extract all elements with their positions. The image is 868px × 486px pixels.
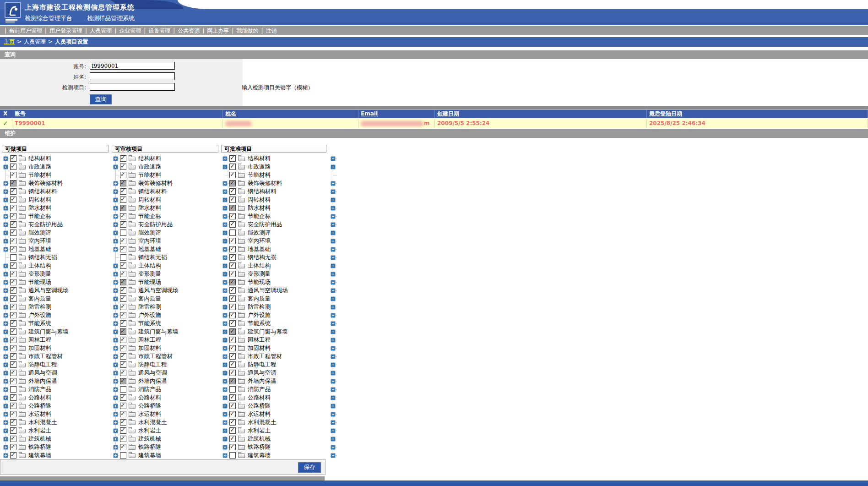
expand-plus-icon[interactable] — [222, 239, 228, 244]
expand-plus-icon[interactable] — [113, 214, 118, 219]
tree-item-label[interactable]: 户外设施 — [248, 311, 271, 319]
expand-plus-icon[interactable] — [222, 412, 228, 417]
tree-item-label[interactable]: 节能企标 — [248, 213, 271, 220]
tree-checkbox[interactable] — [10, 295, 16, 302]
tree-item-label[interactable]: 通风与空调 — [248, 369, 277, 377]
tree-item-label[interactable]: 消防产品 — [138, 386, 161, 393]
expand-plus-icon[interactable] — [3, 387, 8, 392]
expand-plus-icon[interactable] — [222, 263, 228, 268]
expand-plus-icon[interactable] — [222, 371, 228, 376]
tree-item-label[interactable]: 安全防护用品 — [248, 221, 282, 229]
expand-plus-icon[interactable] — [113, 222, 118, 227]
expand-plus-icon[interactable] — [222, 420, 228, 425]
expand-plus-icon[interactable] — [3, 354, 8, 359]
tree-checkbox[interactable] — [120, 164, 126, 170]
tree-checkbox[interactable] — [120, 279, 126, 285]
expand-plus-icon[interactable] — [331, 222, 336, 227]
tree-item-label[interactable]: 节能企标 — [28, 213, 51, 220]
expand-plus-icon[interactable] — [331, 272, 336, 277]
tree-checkbox[interactable] — [120, 213, 126, 219]
expand-plus-icon[interactable] — [222, 280, 228, 285]
expand-plus-icon[interactable] — [331, 379, 336, 384]
expand-plus-icon[interactable] — [331, 437, 336, 442]
tree-item-label[interactable]: 公路材料 — [28, 394, 51, 402]
expand-plus-icon[interactable] — [331, 288, 336, 293]
tree-checkbox[interactable] — [10, 271, 16, 277]
expand-plus-icon[interactable] — [3, 395, 8, 400]
tree-checkbox[interactable] — [120, 271, 126, 277]
tree-checkbox[interactable] — [229, 246, 236, 252]
tree-checkbox[interactable] — [120, 172, 126, 178]
tree-checkbox[interactable] — [10, 221, 16, 228]
expand-plus-icon[interactable] — [222, 338, 228, 343]
tree-checkbox[interactable] — [120, 229, 126, 236]
expand-plus-icon[interactable] — [331, 395, 336, 400]
tree-checkbox[interactable] — [229, 295, 236, 302]
expand-plus-icon[interactable] — [3, 453, 8, 458]
expand-plus-icon[interactable] — [331, 420, 336, 425]
tree-checkbox[interactable] — [229, 164, 236, 170]
tree-checkbox[interactable] — [10, 403, 16, 409]
tree-item-label[interactable]: 周转材料 — [28, 196, 51, 204]
expand-plus-icon[interactable] — [331, 214, 336, 219]
expand-plus-icon[interactable] — [222, 230, 228, 235]
expand-plus-icon[interactable] — [3, 296, 8, 301]
expand-plus-icon[interactable] — [3, 329, 8, 334]
tree-item-label[interactable]: 水利岩土 — [28, 427, 51, 435]
tree-checkbox[interactable] — [10, 394, 16, 401]
expand-plus-icon[interactable] — [3, 379, 8, 384]
tree-checkbox[interactable] — [229, 320, 236, 327]
tree-checkbox[interactable] — [10, 262, 16, 269]
expand-plus-icon[interactable] — [3, 263, 8, 268]
expand-plus-icon[interactable] — [222, 321, 228, 326]
tree-item-label[interactable]: 能效测评 — [248, 229, 271, 237]
tree-checkbox[interactable] — [229, 353, 236, 360]
tree-checkbox[interactable] — [229, 403, 236, 409]
expand-plus-icon[interactable] — [222, 189, 228, 194]
tree-item-label[interactable]: 公路桥隧 — [28, 402, 51, 410]
menu-item-9[interactable]: 注销 — [266, 27, 277, 34]
tree-item-label[interactable]: 地基基础 — [138, 246, 161, 253]
tree-item-label[interactable]: 市政道路 — [248, 163, 271, 171]
expand-plus-icon[interactable] — [222, 296, 228, 301]
tree-checkbox[interactable] — [10, 370, 16, 376]
breadcrumb-item-personnel[interactable]: 人员管理 — [24, 38, 46, 45]
expand-plus-icon[interactable] — [113, 404, 118, 409]
expand-plus-icon[interactable] — [113, 230, 118, 235]
expand-plus-icon[interactable] — [113, 296, 118, 301]
tree-item-label[interactable]: 通风与空调现场 — [28, 287, 69, 295]
expand-plus-icon[interactable] — [3, 445, 8, 450]
tree-checkbox[interactable] — [229, 452, 236, 459]
tree-item-label[interactable]: 市政道路 — [28, 163, 51, 171]
tree-item-label[interactable]: 节能现场 — [138, 278, 161, 286]
tree-checkbox[interactable] — [120, 295, 126, 302]
save-button[interactable]: 保存 — [298, 462, 321, 473]
tree-checkbox[interactable] — [229, 254, 236, 261]
tree-item-label[interactable]: 节能现场 — [28, 278, 51, 286]
tree-item-label[interactable]: 套内质量 — [28, 295, 51, 303]
tree-checkbox[interactable] — [10, 287, 16, 294]
tree-checkbox[interactable] — [229, 312, 236, 318]
expand-plus-icon[interactable] — [113, 437, 118, 442]
expand-plus-icon[interactable] — [113, 354, 118, 359]
expand-plus-icon[interactable] — [113, 305, 118, 310]
tree-checkbox[interactable] — [120, 436, 126, 442]
expand-plus-icon[interactable] — [3, 362, 8, 367]
expand-plus-icon[interactable] — [113, 412, 118, 417]
tree-checkbox[interactable] — [10, 411, 16, 417]
expand-plus-icon[interactable] — [3, 197, 8, 202]
tree-checkbox[interactable] — [229, 197, 236, 203]
menu-item-3[interactable]: 人员管理 — [90, 27, 112, 34]
tree-checkbox[interactable] — [229, 221, 236, 228]
expand-plus-icon[interactable] — [222, 362, 228, 367]
tree-checkbox[interactable] — [120, 403, 126, 409]
tree-item-label[interactable]: 园林工程 — [248, 336, 271, 344]
tree-item-label[interactable]: 通风与空调 — [28, 369, 57, 377]
tree-item-label[interactable]: 节能企标 — [138, 213, 161, 220]
tree-checkbox[interactable] — [229, 436, 236, 442]
tree-item-label[interactable]: 公路桥隧 — [248, 402, 271, 410]
expand-plus-icon[interactable] — [331, 206, 336, 211]
tree-checkbox[interactable] — [229, 328, 236, 335]
tree-checkbox[interactable] — [229, 345, 236, 351]
expand-plus-icon[interactable] — [331, 453, 336, 458]
